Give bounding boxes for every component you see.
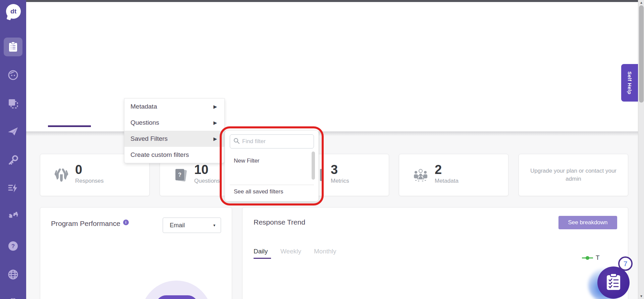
svg-text:?: ?: [11, 243, 15, 249]
question-cards-icon: ?: [173, 168, 188, 184]
stat-card-metadata: 2 Metadata: [399, 154, 508, 196]
stat-label: Metrics: [331, 178, 349, 184]
scrollbar-thumb[interactable]: [639, 5, 644, 103]
notification-badge[interactable]: 7: [618, 256, 633, 271]
sidebar: dt: [0, 0, 26, 299]
app-screen: dt: [0, 0, 644, 299]
sidebar-item-help[interactable]: ?: [4, 237, 22, 255]
search-icon: [233, 138, 239, 145]
globe-icon: [8, 270, 18, 280]
sidebar-item-distribute[interactable]: [4, 122, 22, 141]
menu-item-label: Questions: [130, 119, 159, 126]
upgrade-plan-text: Upgrade your plan or contact your admin: [526, 167, 621, 183]
stat-card-upgrade: Upgrade your plan or contact your admin: [519, 154, 628, 196]
active-trend-tab-underline: [254, 258, 271, 259]
menu-item-questions[interactable]: Questions ▶: [124, 115, 224, 131]
bolt-list-icon: [8, 183, 18, 193]
brand-logo[interactable]: dt: [6, 4, 21, 19]
stat-label: Questions: [194, 178, 220, 184]
find-filter-input[interactable]: [242, 138, 306, 145]
active-tab-underline: [48, 125, 91, 127]
sidebar-item-integrations[interactable]: [4, 206, 22, 225]
find-filter-box: [230, 134, 314, 148]
popup-divider: [230, 185, 314, 185]
sidebar-item-quick-actions[interactable]: [4, 179, 22, 197]
clipboard-list-icon: [9, 42, 17, 52]
submenu-arrow-icon: ▶: [213, 104, 217, 109]
header-shadow: [26, 131, 638, 136]
see-all-saved-filters-link[interactable]: See all saved filters: [234, 188, 283, 195]
sidebar-item-programs[interactable]: [4, 38, 22, 56]
menu-item-metadata[interactable]: Metadata ▶: [124, 99, 224, 115]
channel-select[interactable]: Email ▾: [163, 218, 221, 233]
ghost-base-shape: [156, 295, 198, 299]
menu-item-saved-filters[interactable]: Saved Filters ▶: [124, 131, 224, 147]
trend-legend-partial: T: [582, 254, 600, 261]
scroll-down-icon[interactable]: ▼: [638, 294, 644, 299]
menu-item-create-custom-filters[interactable]: Create custom filters: [124, 147, 224, 163]
face-icon: [8, 70, 18, 80]
stat-value: 10: [194, 163, 220, 176]
puzzle-icon: [8, 211, 18, 221]
legend-label-partial: T: [596, 254, 600, 261]
scroll-up-icon[interactable]: ▲: [638, 0, 644, 5]
stat-value: 2: [435, 163, 459, 176]
key-icon: [8, 155, 18, 165]
question-icon: ?: [8, 241, 18, 251]
clipboard-check-icon: [606, 273, 621, 292]
sidebar-item-more[interactable]: [4, 292, 22, 299]
trend-tab-daily[interactable]: Daily: [254, 248, 268, 255]
submenu-arrow-icon: ▶: [213, 120, 217, 125]
svg-text:?: ?: [178, 172, 181, 178]
saved-filter-item-new-filter[interactable]: New Filter: [234, 158, 260, 164]
popup-scrollbar-thumb[interactable]: [312, 152, 315, 180]
see-breakdown-button[interactable]: See breakdown: [558, 216, 617, 229]
channel-select-value: Email: [170, 222, 185, 229]
stat-value: 0: [75, 163, 104, 176]
submenu-arrow-icon: ▶: [213, 136, 217, 141]
menu-item-label: Create custom filters: [130, 151, 189, 159]
saved-filters-popup: New Filter See all saved filters: [225, 130, 319, 201]
copy-icon: [8, 99, 18, 109]
add-filter-menu: Metadata ▶ Questions ▶ Saved Filters ▶ C…: [124, 98, 225, 163]
sidebar-item-respondents[interactable]: [4, 66, 22, 84]
program-performance-title: Program Performance: [51, 220, 120, 228]
trend-tab-monthly[interactable]: Monthly: [314, 248, 336, 255]
page-scrollbar[interactable]: ▲ ▼: [638, 0, 644, 299]
menu-item-label: Metadata: [130, 103, 157, 110]
stat-label: Responses: [75, 178, 104, 184]
menu-item-label: Saved Filters: [130, 135, 168, 142]
trend-tab-weekly[interactable]: Weekly: [280, 248, 301, 255]
sidebar-item-templates[interactable]: [4, 94, 22, 113]
self-help-tab[interactable]: Self Help: [621, 64, 638, 102]
sidebar-item-keys[interactable]: [4, 151, 22, 170]
response-trend-title: Response Trend: [254, 218, 305, 226]
stat-value: 3: [331, 163, 349, 176]
info-icon[interactable]: i: [123, 220, 129, 225]
legend-line: [589, 257, 593, 258]
survey-fab-button[interactable]: [597, 266, 630, 299]
raised-hands-icon: [54, 168, 69, 184]
paper-plane-icon: [8, 127, 18, 136]
response-trend-panel: Response Trend See breakdown Daily Weekl…: [242, 207, 628, 299]
stat-label: Metadata: [435, 178, 459, 184]
people-group-icon: [413, 168, 429, 184]
sidebar-item-language[interactable]: [4, 265, 22, 284]
program-performance-panel: Program Performance i Email ▾: [40, 207, 232, 299]
chevron-down-icon: ▾: [213, 223, 215, 228]
header: [26, 2, 638, 131]
